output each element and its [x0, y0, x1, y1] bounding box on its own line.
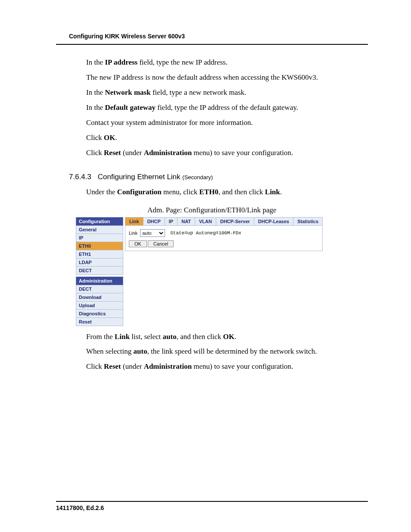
tab-ip[interactable]: IP [165, 218, 177, 225]
paragraph: The new IP address is now the default ad… [86, 73, 368, 83]
paragraph: Under the Configuration menu, click ETH0… [86, 187, 368, 197]
paragraph: When selecting auto, the link speed will… [86, 347, 368, 357]
paragraph: From the Link list, select auto, and the… [86, 332, 368, 342]
tab-dhcp-leases[interactable]: DHCP-Leases [254, 218, 293, 225]
paragraph: In the Network mask field, type a new ne… [86, 88, 368, 98]
admin-page-figure: Configuration GeneralIPETH0ETH1LDAPDECT … [76, 217, 304, 326]
paragraph: In the IP address field, type the new IP… [86, 58, 368, 68]
sidebar-item-general[interactable]: General [76, 226, 123, 234]
content-area: LinkDHCPIPNATVLANDHCP-ServerDHCP-LeasesS… [125, 217, 323, 251]
cancel-button[interactable]: Cancel [148, 240, 174, 247]
tab-nat[interactable]: NAT [177, 218, 195, 225]
section-title: Configuring Ethernet Link [98, 173, 183, 181]
sidebar-item-upload[interactable]: Upload [76, 302, 123, 310]
sidebar: Configuration GeneralIPETH0ETH1LDAPDECT … [76, 217, 123, 326]
sidebar-header-configuration: Configuration [76, 217, 123, 226]
tab-statistics[interactable]: Statistics [293, 218, 322, 225]
paragraph: Click Reset (under Administration menu) … [86, 362, 368, 372]
section-subtitle: (Secondary) [182, 174, 213, 180]
sidebar-item-eth1[interactable]: ETH1 [76, 250, 123, 258]
paragraph: In the Default gateway field, type the I… [86, 103, 368, 113]
sidebar-item-download[interactable]: Download [76, 293, 123, 302]
figure-caption: Adm. Page: Configuration/ETH0/Link page [56, 206, 368, 215]
paragraph: Click OK. [86, 133, 368, 143]
section-heading: 7.6.4.3 Configuring Ethernet Link (Secon… [69, 173, 368, 181]
sidebar-item-ip[interactable]: IP [76, 234, 123, 242]
tab-vlan[interactable]: VLAN [195, 218, 216, 225]
sidebar-item-ldap[interactable]: LDAP [76, 258, 123, 267]
sidebar-item-diagnostics[interactable]: Diagnostics [76, 310, 123, 318]
page-header-title: Configuring KIRK Wireless Server 600v3 [69, 33, 368, 40]
sidebar-header-administration: Administration [76, 277, 123, 285]
footer: 14117800, Ed.2.6 [56, 501, 368, 511]
sidebar-item-reset[interactable]: Reset [76, 318, 123, 326]
sidebar-item-eth0[interactable]: ETH0 [76, 242, 123, 250]
tab-bar: LinkDHCPIPNATVLANDHCP-ServerDHCP-LeasesS… [125, 217, 323, 226]
tab-link[interactable]: Link [125, 218, 143, 225]
tab-dhcp[interactable]: DHCP [143, 218, 165, 225]
link-label: Link [129, 230, 137, 236]
footer-text: 14117800, Ed.2.6 [56, 504, 368, 511]
panel: Link auto State=up Autoneg=100M-FDx OK C… [125, 226, 323, 251]
header-rule [56, 44, 368, 45]
tab-dhcp-server[interactable]: DHCP-Server [216, 218, 254, 225]
paragraph: Contact your system administrator for mo… [86, 118, 368, 128]
link-state-text: State=up Autoneg=100M-FDx [170, 230, 241, 236]
ok-button[interactable]: OK [129, 240, 147, 247]
paragraph: Click Reset (under Administration menu) … [86, 148, 368, 158]
footer-rule [56, 501, 368, 502]
section-number: 7.6.4.3 [69, 173, 91, 181]
sidebar-item-dect[interactable]: DECT [76, 267, 123, 275]
link-select[interactable]: auto [140, 229, 165, 237]
sidebar-item-dect[interactable]: DECT [76, 285, 123, 293]
